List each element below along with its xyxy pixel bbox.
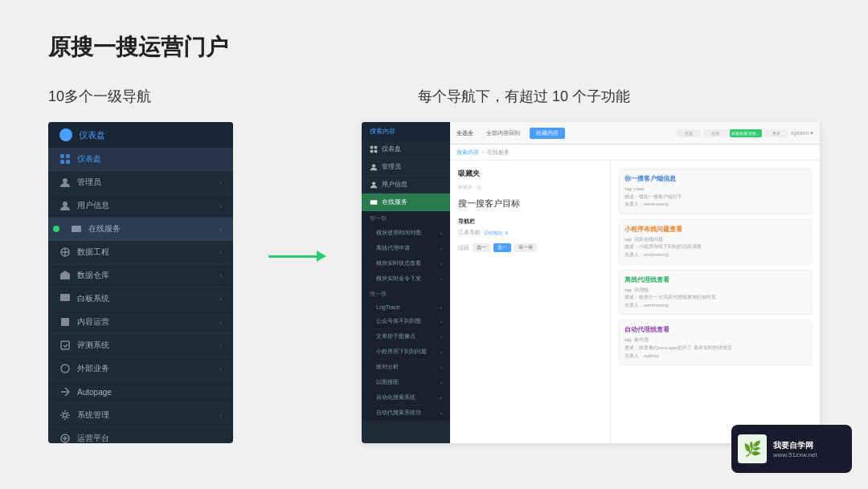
content-row: 仪表盘 仪表盘 管理员 › 用户信息 › 在线服务 › (48, 122, 820, 443)
sidebar-item-service[interactable]: 在线服务 › (48, 218, 233, 241)
submenu-item-12-icon: › (440, 410, 442, 415)
breadcrumb-bar: 搜索内容 › 在线服务 (450, 145, 820, 161)
submenu-item-10[interactable]: 以图搜图 › (362, 375, 450, 390)
card-4-title[interactable]: 自动代理线查看 (624, 325, 806, 334)
rs-service-label: 在线服务 (382, 198, 407, 206)
warehouse-icon (59, 270, 71, 281)
content-body: 吸藏夹 收藏夹 › 全 搜一搜客户目标 导航栏 工具导航 启动地址 ⊕ 活跃 选… (450, 161, 820, 443)
svg-rect-18 (375, 149, 378, 153)
content-icon (59, 316, 71, 328)
left-panel: 吸藏夹 收藏夹 › 全 搜一搜客户目标 导航栏 工具导航 启动地址 ⊕ 活跃 选… (450, 161, 611, 443)
rs-item-user[interactable]: 用户信息 (362, 176, 450, 194)
card-3-meta: tag: 代理线 描述：检查行一次活跃代理线查询行实时页 负责人：wentrox… (624, 287, 806, 310)
arrow-line (268, 255, 317, 258)
submenu-item-3[interactable]: 模块实时状态查看 › (362, 256, 450, 271)
nav-user: system ▾ (791, 130, 813, 137)
submenu-item-1[interactable]: 模块使用时间对图 › (362, 226, 450, 241)
subtitle-right: 每个导航下，有超过 10 个子功能 (418, 87, 630, 106)
card-3-title[interactable]: 离线代理线查看 (624, 275, 806, 284)
nav-action-1[interactable]: 筛选 (677, 129, 701, 137)
submenu-item-1-label: 模块使用时间对图 (376, 229, 421, 237)
sidebar-item-content[interactable]: 内容运营 › (48, 311, 233, 334)
submenu-item-10-label: 以图搜图 (376, 378, 399, 386)
submenu-item-9[interactable]: 效对分析 › (362, 360, 450, 375)
nav-action-more[interactable]: 更多 (764, 129, 788, 137)
card-2-title[interactable]: 小程序布线问题查看 (624, 225, 806, 234)
eval-arrow: › (219, 342, 222, 349)
dashboard-icon (59, 153, 71, 165)
rs-item-admin[interactable]: 管理员 (362, 158, 450, 176)
subtitle-row: 10多个一级导航 每个导航下，有超过 10 个子功能 (48, 87, 820, 106)
filter-tag-3[interactable]: 等一等 (514, 243, 537, 252)
svg-point-5 (63, 202, 68, 206)
card-1-owner: 负责人：wentroxxng (624, 201, 806, 209)
submenu-item-6-label: 公众号落不到到图 (376, 317, 421, 325)
board-arrow: › (219, 295, 222, 303)
submenu-item-8[interactable]: 小程序用下到到问题 › (362, 344, 450, 360)
rs-dashboard-label: 仪表盘 (382, 145, 401, 153)
subtitle-left: 10多个一级导航 (48, 87, 305, 106)
submenu-item-11[interactable]: 自动化搜索系统 › (362, 390, 450, 405)
autopage-icon (59, 386, 71, 397)
nav-tab-all[interactable]: 全部内容回到 (480, 128, 526, 139)
submenu-item-9-label: 效对分析 (376, 363, 399, 371)
submenu-item-2[interactable]: 离线代理申请 › (362, 241, 450, 256)
rs-item-service[interactable]: 在线服务 (362, 194, 450, 211)
autopage-label: Autopage (77, 388, 222, 397)
submenu-item-12[interactable]: 自动代搜索系统功 › (362, 405, 450, 421)
submenu-item-11-label: 自动化搜索系统 (376, 393, 416, 401)
eval-label: 评测系统 (77, 340, 219, 351)
board-label: 白板系统 (77, 293, 219, 304)
nav-action-create[interactable]: 新建收藏 智能... (730, 129, 762, 137)
nav-action-2[interactable]: 全部 (703, 129, 727, 137)
panel-subtitle: 收藏夹 › 全 (458, 184, 602, 191)
sidebar-item-platform[interactable]: 运营平台 (48, 427, 233, 443)
filter-tag-2[interactable]: 选一 (493, 243, 511, 252)
panel-title-favorites: 吸藏夹 (458, 169, 602, 179)
sidebar-item-user[interactable]: 用户信息 › (48, 194, 233, 218)
submenu-item-7[interactable]: 文章排于图像点 › (362, 329, 450, 344)
arrow-head (317, 251, 326, 262)
svg-point-20 (372, 181, 375, 185)
sidebar-item-eval[interactable]: 评测系统 › (48, 334, 233, 357)
rs-user-label: 用户信息 (382, 180, 407, 189)
breadcrumb-home[interactable]: 搜索内容 (457, 149, 479, 157)
svg-point-12 (61, 365, 69, 373)
sidebar-item-dashboard[interactable]: 仪表盘 (48, 148, 233, 171)
filter-tag-1[interactable]: 选一 (473, 243, 490, 252)
card-2: 小程序布线问题查看 tag: 活跃在线问题 描述：小程序布线下到到的活跃调查 负… (619, 219, 812, 265)
card-4-tag: tag: 新代理 (624, 336, 806, 344)
sidebar-item-board[interactable]: 白板系统 › (48, 287, 233, 311)
card-1-title[interactable]: 你一搜客户端信息 (624, 174, 806, 183)
admin-arrow: › (219, 179, 222, 186)
sidebar-item-data-eng[interactable]: 数据工程 › (48, 241, 233, 264)
sidebar-item-external[interactable]: 外部业务 › (48, 357, 233, 381)
platform-label: 运营平台 (77, 433, 222, 443)
filter-row: 工具导航 启动地址 ⊕ (458, 229, 602, 237)
submenu-item-6[interactable]: 公众号落不到到图 › (362, 314, 450, 329)
submenu-item-4[interactable]: 模块实时金令下发 › (362, 271, 450, 287)
card-2-desc: 描述：小程序布线下到到的活跃调查 (624, 243, 806, 251)
data-eng-label: 数据工程 (77, 247, 219, 258)
submenu-item-2-icon: › (440, 246, 442, 251)
svg-point-19 (372, 164, 375, 167)
card-4: 自动代理线查看 tag: 新代理 描述：快查看jQuery.ajax的不了 基本… (619, 320, 812, 365)
rs-item-dashboard[interactable]: 仪表盘 (362, 141, 450, 158)
submenu-item-4-label: 模块实时金令下发 (376, 275, 421, 283)
tool-nav-link[interactable]: 启动地址 ⊕ (484, 230, 509, 237)
sidebar-item-autopage[interactable]: Autopage (48, 381, 233, 404)
service-icon (71, 223, 82, 234)
submenu-item-5[interactable]: LogTrace › (362, 301, 450, 314)
nav-tab-favorites[interactable]: 收藏内容 (530, 128, 565, 139)
data-eng-arrow: › (219, 249, 222, 256)
sidebar-item-warehouse[interactable]: 数据仓库 › (48, 264, 233, 287)
sidebar-item-admin[interactable]: 管理员 › (48, 171, 233, 194)
card-1-desc: 描述：模拟一搜客户端行下 (624, 194, 806, 202)
rs-dashboard-icon (370, 145, 378, 153)
card-2-tag: tag: 活跃在线问题 (624, 236, 806, 244)
sidebar-item-system[interactable]: 系统管理 › (48, 404, 233, 427)
submenu-item-5-icon: › (440, 305, 442, 310)
card-3: 离线代理线查看 tag: 代理线 描述：检查行一次活跃代理线查询行实时页 负责人… (619, 270, 812, 316)
right-sidebar-mockup: 搜索内容 仪表盘 管理员 用户信息 在线服务 (362, 122, 820, 443)
user-label: 用户信息 (77, 200, 219, 211)
